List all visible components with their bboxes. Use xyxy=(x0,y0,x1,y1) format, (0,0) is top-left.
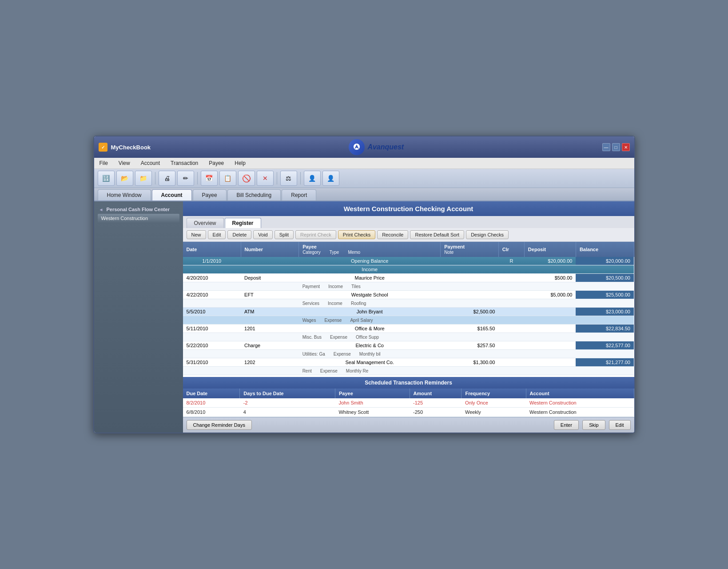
user2-button[interactable]: 👤 xyxy=(322,171,339,186)
cell-clr xyxy=(498,308,524,316)
avanquest-icon xyxy=(349,139,365,155)
toolbar-separator-2 xyxy=(197,172,198,184)
cell-number: ATM xyxy=(241,308,299,316)
reconcile-button[interactable]: Reconcile xyxy=(377,230,408,239)
scheduled-row[interactable]: 6/8/2010 4 Whitney Scott -250 Weekly Wes… xyxy=(183,408,634,417)
table-row[interactable]: 5/5/2010 ATM John Bryant $2,500.00 $23,0… xyxy=(183,308,634,316)
void-button[interactable]: Void xyxy=(253,230,272,239)
split-button[interactable]: Split xyxy=(274,230,294,239)
print-checks-button[interactable]: Print Checks xyxy=(338,230,375,239)
table-row[interactable]: 1/1/2010 Opening Balance R $20,000.00 $2… xyxy=(183,257,634,265)
edit-reminder-button[interactable]: Edit xyxy=(609,420,631,430)
table-row[interactable]: 4/20/2010 Deposit Maurice Price $500.00 … xyxy=(183,274,634,282)
enter-button[interactable]: Enter xyxy=(554,420,579,430)
cell-payee: Whitney Scott xyxy=(335,408,410,417)
schedule-button[interactable]: 📅 xyxy=(201,171,218,186)
table-row[interactable]: 4/22/2010 EFT Westgate School $5,000.00 … xyxy=(183,291,634,299)
col-header-payment: Payment Note xyxy=(441,242,499,257)
restore-sort-button[interactable]: Restore Default Sort xyxy=(410,230,464,239)
reprint-check-button[interactable]: Reprint Check xyxy=(295,230,336,239)
cell-frequency: Weekly xyxy=(461,408,526,417)
table-row[interactable]: 5/22/2010 Charge Electric & Co $257.50 $… xyxy=(183,341,634,350)
cell-amount: -125 xyxy=(410,398,461,408)
bottom-bar: Change Reminder Days Enter Skip Edit xyxy=(183,417,634,433)
scheduled-row[interactable]: 8/2/2010 -2 John Smith -125 Only Once We… xyxy=(183,398,634,408)
table-row-sub: Misc. Bus Expense Office Supp xyxy=(183,333,634,341)
delete-x-button[interactable]: ✕ xyxy=(257,171,274,186)
logo-text: Avanquest xyxy=(367,143,404,151)
table-row-sub: Services Income Roofing xyxy=(183,299,634,308)
user1-button[interactable]: 👤 xyxy=(304,171,321,186)
menu-payee[interactable]: Payee xyxy=(207,159,226,167)
menu-file[interactable]: File xyxy=(98,159,110,167)
col-header-type: Type xyxy=(330,250,339,255)
cell-number: EFT xyxy=(241,291,299,299)
menu-bar: File View Account Transaction Payee Help xyxy=(94,158,634,169)
menu-transaction[interactable]: Transaction xyxy=(169,159,200,167)
scheduled-header-row: Due Date Days to Due Date Payee Amount F… xyxy=(183,389,634,398)
sidebar-section-header[interactable]: ◄ Personal Cash Flow Center xyxy=(98,205,179,214)
cell-date: 5/31/2010 xyxy=(183,358,241,367)
open-button[interactable]: 📂 xyxy=(116,171,133,186)
cell-payee: Opening Balance xyxy=(299,257,441,265)
sub-tab-overview[interactable]: Overview xyxy=(187,218,224,228)
cell-number: 1202 xyxy=(241,358,299,367)
menu-account[interactable]: Account xyxy=(139,159,162,167)
new-button[interactable]: New xyxy=(187,230,206,239)
cancel-button[interactable]: 🚫 xyxy=(238,171,255,186)
col-header-balance: Balance xyxy=(576,242,634,257)
cell-clr xyxy=(498,325,524,333)
balance-button[interactable]: ⚖ xyxy=(280,171,297,186)
cell-payment xyxy=(441,291,499,299)
transactions-table: Date Number Payee Category Type Memo xyxy=(183,242,634,375)
cell-frequency: Only Once xyxy=(461,398,526,408)
col-due-date: Due Date xyxy=(183,389,240,398)
cell-date: 4/20/2010 xyxy=(183,274,241,282)
tab-report[interactable]: Report xyxy=(282,189,316,200)
table-row[interactable]: 5/31/2010 1202 Seal Management Co. $1,30… xyxy=(183,358,634,367)
save-button[interactable]: 📁 xyxy=(135,171,152,186)
close-button[interactable]: ✕ xyxy=(622,143,630,151)
cell-payment: $165.50 xyxy=(441,325,499,333)
content-area: Western Construction Checking Account Ov… xyxy=(183,201,634,433)
col-header-payee: Payee Category Type Memo xyxy=(299,242,441,257)
tab-account[interactable]: Account xyxy=(152,189,192,200)
calculator-button[interactable]: 🔢 xyxy=(98,171,115,186)
cell-number xyxy=(241,257,299,265)
cell-payee: Maurice Price xyxy=(299,274,441,282)
tab-bill-scheduling[interactable]: Bill Scheduling xyxy=(227,189,281,200)
cell-account: Western Construction xyxy=(526,398,634,408)
col-payee: Payee xyxy=(335,389,410,398)
change-reminder-days-button[interactable]: Change Reminder Days xyxy=(187,420,252,430)
delete-button[interactable]: Delete xyxy=(227,230,251,239)
skip-button[interactable]: Skip xyxy=(582,420,605,430)
col-header-date: Date xyxy=(183,242,241,257)
table-row[interactable]: 5/11/2010 1201 Office & More $165.50 $22… xyxy=(183,325,634,333)
menu-view[interactable]: View xyxy=(117,159,132,167)
title-bar-left: ✓ MyCheckBook xyxy=(99,143,151,152)
print-button[interactable]: 🖨 xyxy=(159,171,175,186)
sidebar-item-western-construction[interactable]: Western Construction xyxy=(98,214,179,223)
tab-home-window[interactable]: Home Window xyxy=(98,189,151,200)
minimize-button[interactable]: — xyxy=(602,143,610,151)
sub-tabs: Overview Register xyxy=(183,216,634,228)
col-account: Account xyxy=(526,389,634,398)
toolbar: 🔢 📂 📁 🖨 ✏ 📅 📋 🚫 ✕ ⚖ 👤 👤 xyxy=(94,169,634,188)
menu-help[interactable]: Help xyxy=(233,159,247,167)
cell-number: Charge xyxy=(241,341,299,350)
maximize-button[interactable]: □ xyxy=(612,143,620,151)
tab-payee[interactable]: Payee xyxy=(193,189,227,200)
sub-tab-register[interactable]: Register xyxy=(225,218,261,228)
scheduled-section-header: Scheduled Transaction Reminders xyxy=(183,377,634,389)
logo-area: Avanquest xyxy=(349,139,404,155)
table-row-sub: Payment Income Tiles xyxy=(183,282,634,291)
sidebar: ◄ Personal Cash Flow Center Western Cons… xyxy=(94,201,183,433)
edit-button[interactable]: Edit xyxy=(208,230,226,239)
bills-button[interactable]: 📋 xyxy=(219,171,236,186)
design-checks-button[interactable]: Design Checks xyxy=(466,230,509,239)
cell-date: 4/22/2010 xyxy=(183,291,241,299)
cell-days: -2 xyxy=(240,398,335,408)
table-row-sub: Utilities: Ga Expense Monthly bil xyxy=(183,350,634,358)
edit-check-button[interactable]: ✏ xyxy=(177,171,194,186)
toolbar-separator-1 xyxy=(155,172,155,184)
